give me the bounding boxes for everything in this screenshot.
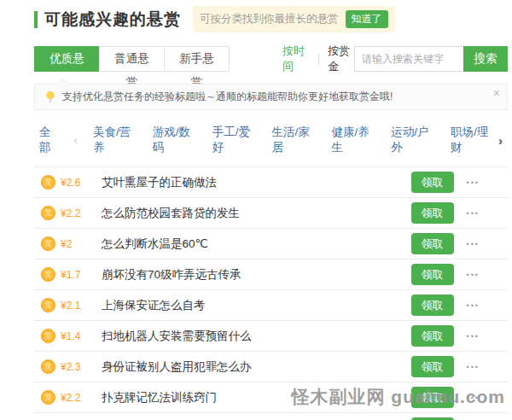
tab-quality-bounty[interactable]: 优质悬赏 — [34, 46, 100, 72]
task-price: ¥2.2 — [61, 392, 90, 404]
more-options-icon[interactable]: ••• — [467, 209, 480, 218]
task-price: ¥2.2 — [61, 207, 90, 219]
category-link[interactable]: 生活/家居 — [272, 125, 320, 155]
notice-text: 支持优化悬赏任务的经验标题啦～通顺的标题能帮助你更好地获取赏金哦! — [62, 90, 393, 104]
task-row: 赏 ¥1.7 崩坏没有70级咋弄远古传承 领取 ••• — [34, 260, 508, 290]
coin-icon: 赏 — [41, 206, 55, 220]
tab-newbie-bounty[interactable]: 新手悬赏 — [164, 46, 230, 72]
task-list: 赏 ¥2.6 艾叶熏屋子的正确做法 领取 ••• 赏 ¥2.2 怎么防范校园套路… — [34, 166, 508, 420]
watermark: 怪木副业网 guaimu.com — [291, 385, 505, 409]
chevron-right-icon[interactable]: › — [498, 133, 503, 148]
task-title[interactable]: 艾叶熏屋子的正确做法 — [102, 175, 217, 190]
search-button[interactable]: 搜索 — [463, 46, 508, 72]
category-nav: 全部 ‹ 美食/营养 游戏/数码 手工/爱好 生活/家居 健康/养生 运动/户外… — [34, 125, 508, 155]
bounty-page: 可能感兴趣的悬赏 可按分类找到你最擅长的悬赏 知道了 优质悬赏 普通悬赏 新手悬… — [0, 6, 512, 420]
task-price: ¥1.4 — [61, 330, 90, 342]
task-row: 赏 ¥2 怎么判断水温是60℃ 领取 ••• — [34, 229, 508, 260]
coin-icon: 赏 — [41, 329, 55, 343]
task-row: 赏 ¥2.3 身份证被别人盗用犯罪怎么办 领取 ••• — [34, 352, 508, 382]
task-title[interactable]: 怎么防范校园套路贷的发生 — [102, 206, 240, 221]
coin-icon: 赏 — [41, 175, 55, 190]
search-input[interactable] — [354, 46, 463, 72]
task-title[interactable]: 怎么判断水温是60℃ — [102, 236, 208, 252]
task-row: 赏 ¥2.2 怎么防范校园套路贷的发生 领取 ••• — [34, 198, 508, 229]
more-options-icon[interactable]: ••• — [467, 301, 480, 310]
claim-button[interactable]: 领取 — [411, 202, 454, 224]
lightbulb-icon — [45, 90, 55, 103]
task-title[interactable]: 崩坏没有70级咋弄远古传承 — [102, 267, 241, 283]
claim-button[interactable]: 领取 — [411, 172, 454, 193]
claim-button[interactable]: 领取 — [411, 295, 454, 316]
category-links: 美食/营养 游戏/数码 手工/爱好 生活/家居 健康/养生 运动/户外 职场/理… — [81, 125, 498, 155]
task-row: 赏 ¥2.6 艾叶熏屋子的正确做法 领取 ••• — [34, 167, 508, 198]
header-tip-text: 可按分类找到你最擅长的悬赏 — [200, 12, 339, 26]
category-link[interactable]: 游戏/数码 — [153, 125, 201, 155]
task-title[interactable]: 扑克牌记忆法训练窍门 — [102, 390, 217, 405]
task-price: ¥2 — [61, 238, 90, 250]
category-link[interactable]: 健康/养生 — [331, 125, 379, 155]
coin-icon: 赏 — [41, 267, 55, 282]
category-all[interactable]: 全部 — [39, 125, 61, 155]
sort-by-reward[interactable]: 按赏金 — [328, 44, 354, 74]
more-options-icon[interactable]: ••• — [467, 240, 480, 248]
task-title[interactable]: 扫地机器人安装需要预留什么 — [102, 329, 252, 344]
task-title[interactable]: 身份证被别人盗用犯罪怎么办 — [102, 359, 252, 375]
more-options-icon[interactable]: ••• — [467, 178, 480, 187]
more-options-icon[interactable]: ••• — [467, 332, 480, 341]
task-price: ¥2.1 — [61, 300, 90, 312]
coin-icon: 赏 — [41, 390, 55, 405]
category-link[interactable]: 手工/爱好 — [212, 125, 260, 155]
category-link[interactable]: 美食/营养 — [93, 125, 141, 155]
coin-icon: 赏 — [41, 236, 55, 251]
notice-banner: 支持优化悬赏任务的经验标题啦～通顺的标题能帮助你更好地获取赏金哦! × — [34, 84, 508, 110]
claim-button[interactable]: 领取 — [411, 325, 454, 347]
more-options-icon[interactable]: ••• — [467, 271, 480, 279]
tab-normal-bounty[interactable]: 普通悬赏 — [99, 46, 165, 72]
category-link[interactable]: 运动/户外 — [391, 125, 439, 155]
task-row: 赏 ¥1.4 扫地机器人安装需要预留什么 领取 ••• — [34, 321, 508, 352]
claim-button[interactable]: 领取 — [411, 264, 454, 285]
search-bar: 搜索 — [354, 46, 508, 72]
sort-by-time[interactable]: 按时间 — [282, 44, 309, 74]
claim-button[interactable]: 领取 — [411, 233, 454, 254]
coin-icon: 赏 — [41, 298, 55, 312]
page-title: 可能感兴趣的悬赏 — [44, 9, 181, 31]
sort-divider — [318, 53, 319, 65]
task-price: ¥2.3 — [61, 361, 90, 373]
page-header: 可能感兴趣的悬赏 可按分类找到你最擅长的悬赏 知道了 — [34, 6, 508, 32]
toolbar: 优质悬赏 普通悬赏 新手悬赏 按时间 按赏金 搜索 — [34, 44, 508, 74]
task-row: 赏 ¥2.1 上海保安证怎么自考 领取 ••• — [34, 290, 508, 321]
close-icon[interactable]: × — [493, 87, 500, 99]
header-tip: 可按分类找到你最擅长的悬赏 知道了 — [193, 6, 395, 32]
more-options-icon[interactable]: ••• — [467, 363, 480, 371]
got-it-button[interactable]: 知道了 — [346, 10, 388, 28]
sort-controls: 按时间 按赏金 — [282, 44, 354, 74]
task-price: ¥1.7 — [61, 269, 90, 281]
claim-button[interactable]: 领取 — [411, 356, 454, 377]
task-price: ¥2.6 — [61, 177, 90, 189]
category-link[interactable]: 职场/理财 — [451, 125, 498, 155]
task-row: 赏 ¥1.5 appeal to用法 领取 ••• — [34, 413, 508, 420]
chevron-left-icon[interactable]: ‹ — [73, 133, 78, 147]
task-title[interactable]: 上海保安证怎么自考 — [102, 298, 206, 313]
coin-icon: 赏 — [41, 359, 55, 374]
title-accent-bar — [34, 11, 38, 28]
